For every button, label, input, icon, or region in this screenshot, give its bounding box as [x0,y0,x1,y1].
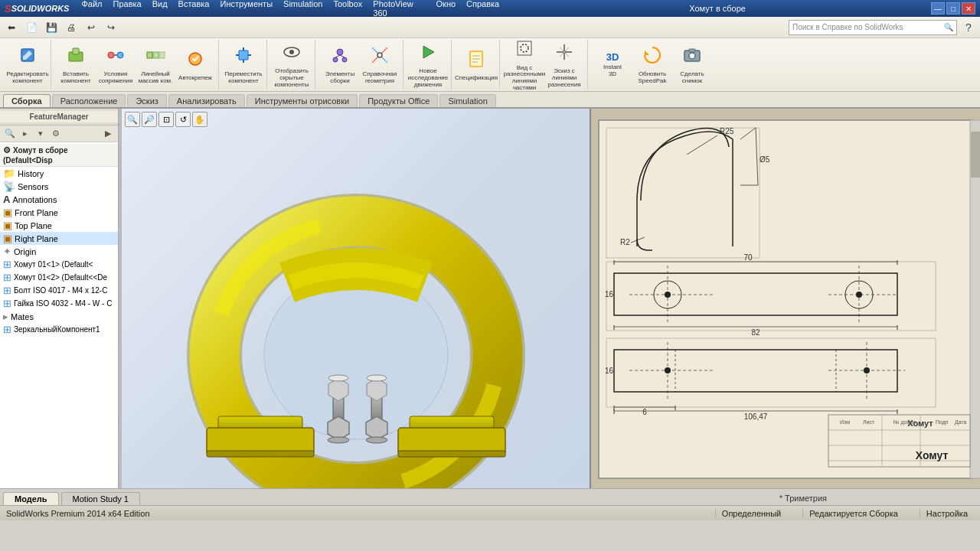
menu-file[interactable]: Файл [77,0,106,19]
3d-model-svg [142,133,570,488]
menu-insert[interactable]: Вставка [174,0,214,19]
tree-root[interactable]: ⚙ Хомут в сборе (Default<Disp [0,144,118,167]
tree-item-origin[interactable]: ✦ Origin [0,245,118,258]
toolbar-btn-new-motion[interactable]: Новоеисследованиедвижения [408,41,448,89]
toolbar-btn-linear-array[interactable]: Линейныймассив ком. [136,41,175,89]
toolbar-btn-view-lines[interactable]: Вид сразнесеннымилиниямичастями [505,41,544,89]
toolbar-icon-2[interactable]: 📄 [23,19,40,36]
toolbar-icon-1[interactable]: ⬅ [3,19,20,36]
menu-toolbox[interactable]: Toolbox [328,0,367,19]
menu-help[interactable]: Справка [462,0,504,19]
explode-sketch-label: Эскиз слиниямиразнесения [547,68,580,88]
tree-item-homut1[interactable]: ⊞ Хомут 01<1> (Default< [0,258,118,271]
help-search-input[interactable]: Поиск в Справке по SolidWorks [792,23,944,31]
tree-label-right-plane: Right Plane [15,234,58,243]
help-icon[interactable]: ? [960,19,977,36]
tab-analyze[interactable]: Анализировать [168,94,245,107]
tree-item-front-plane[interactable]: ▣ Front Plane [0,206,118,219]
menu-window[interactable]: Окно [432,0,461,19]
tree-item-mirror[interactable]: ⊞ ЗеркальныйКомпонент1 [0,323,118,336]
explode-sketch-icon [554,41,575,67]
toolbar-group-view: Вид сразнесеннымилиниямичастями Эскиз сл… [501,40,588,90]
window-buttons: — □ ✕ [931,2,975,15]
toolbar-btn-reference[interactable]: Справочнаягеометрия [360,41,400,89]
tree-btn-expand[interactable]: ▸ [18,127,32,141]
3d-viewport[interactable]: 🔍 🔎 ⊡ ↺ ✋ [122,109,590,488]
toolbar-btn-instant3d[interactable]: 3D Instant3D [593,41,632,89]
vp-btn-rotate[interactable]: ↺ [175,112,191,127]
toolbar-btn-show-hidden[interactable]: Отобразитьскрытыекомпоненты [272,41,312,89]
menu-bar: Файл Правка Вид Вставка Инструменты Simu… [77,0,504,19]
svg-point-32 [689,53,695,59]
tree-item-annotations[interactable]: A Annotations [0,193,118,206]
tree-label-homut1: Хомут 01<1> (Default< [14,260,93,269]
toolbar-btn-update-sp[interactable]: ОбновитьSpeedPak [632,41,672,89]
toolbar-group-insert: Вставитькомпонент Условиясопряжения Лине… [53,40,219,90]
tree-toolbar: 🔍 ▸ ▾ ⚙ ▶ [0,126,118,142]
svg-point-51 [367,375,387,381]
vp-btn-pan[interactable]: ✋ [192,112,207,127]
bottom-tab-motion[interactable]: Motion Study 1 [61,492,140,505]
toolbar-btn-move[interactable]: Переместитькомпонент [224,41,263,89]
svg-text:№ докум: № докум [893,419,916,425]
tree-item-history[interactable]: 📁 History [0,167,118,180]
nut-icon: ⊞ [3,298,11,309]
toolbar-icon-print[interactable]: 🖨 [63,19,80,36]
tree-item-right-plane[interactable]: ▣ Right Plane [0,232,118,245]
vp-btn-fit[interactable]: ⊡ [158,112,174,127]
svg-point-84 [665,292,671,298]
homut1-icon: ⊞ [3,259,11,270]
svg-text:82: 82 [751,328,760,337]
toolbar-btn-conditions[interactable]: Условиясопряжения [96,41,136,89]
tree-item-top-plane[interactable]: ▣ Top Plane [0,219,118,232]
tree-btn-filter[interactable]: 🔍 [3,127,17,141]
close-button[interactable]: ✕ [962,2,975,15]
toolbar-icon-3[interactable]: 💾 [43,19,60,36]
toolbar-icon-redo[interactable]: ↪ [103,19,119,36]
svg-point-4 [117,52,123,58]
tab-assembly[interactable]: Сборка [3,94,51,107]
toolbar-icon-undo[interactable]: ↩ [83,19,100,36]
toolbar-btn-snapshot[interactable]: Сделатьснимок [672,41,712,89]
vp-btn-zoom-out[interactable]: 🔎 [142,112,157,127]
toolbar-btn-edit-component[interactable]: Редактировать компонент [8,41,47,89]
vp-btn-zoom-in[interactable]: 🔍 [125,112,140,127]
menu-photoview[interactable]: PhotoView 360 [368,0,430,19]
tab-sketch[interactable]: Эскиз [127,94,166,107]
elements-icon [329,44,351,70]
toolbar-btn-autofix[interactable]: Автокрепеж [175,41,215,89]
tree-item-sensors[interactable]: 📡 Sensors [0,180,118,193]
tab-layout[interactable]: Расположение [52,94,126,107]
toolbar-btn-elements[interactable]: Элементысборки [320,41,360,89]
svg-point-104 [665,367,671,373]
menu-view[interactable]: Вид [148,0,172,19]
toolbar-btn-specs[interactable]: Спецификация [456,41,496,89]
toolbar-btn-insert[interactable]: Вставитькомпонент [56,41,96,89]
tab-draw-tools[interactable]: Инструменты отрисовки [247,94,358,107]
svg-text:Подп: Подп [936,419,949,425]
tree-btn-settings[interactable]: ⚙ [49,127,63,141]
toolbar-group-new-motion: Новоеисследованиедвижения [405,40,452,90]
tab-office[interactable]: Продукты Office [359,94,438,107]
toolbar-btn-explode-sketch[interactable]: Эскиз слиниямиразнесения [544,41,584,89]
tree-btn-arrow[interactable]: ▶ [101,127,115,141]
tree-item-nut[interactable]: ⊞ Гайка ISO 4032 - М4 - W - С [0,297,118,310]
tree-item-homut2[interactable]: ⊞ Хомут 01<2> (Default<<De [0,271,118,284]
view-lines-icon [514,37,535,63]
title-bar: S SOLIDWORKS Файл Правка Вид Вставка Инс… [0,0,980,17]
history-icon: 📁 [3,168,15,179]
menu-tools[interactable]: Инструменты [215,0,277,19]
svg-marker-21 [423,46,434,58]
bottom-tab-model[interactable]: Модель [3,492,59,505]
svg-text:16: 16 [605,290,614,298]
tree-item-mates[interactable]: ▸ Mates [0,310,118,323]
tree-item-bolt[interactable]: ⊞ Болт ISO 4017 - М4 х 12-С [0,284,118,297]
maximize-button[interactable]: □ [946,2,960,15]
menu-edit[interactable]: Правка [109,0,146,19]
menu-simulation[interactable]: Simulation [279,0,327,19]
new-motion-icon [417,41,439,67]
tree-btn-collapse[interactable]: ▾ [34,127,47,141]
left-tab-tree[interactable]: FeatureManager [0,111,118,122]
tab-simulation[interactable]: Simulation [439,94,495,107]
minimize-button[interactable]: — [931,2,945,15]
